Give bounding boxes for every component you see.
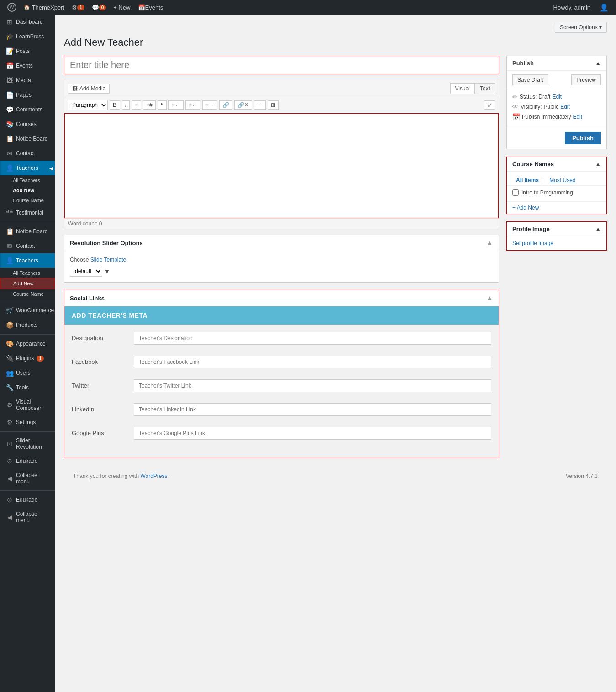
italic-button[interactable]: I: [122, 100, 130, 110]
sidebar-label-users: Users: [16, 370, 30, 376]
submenu-course-name2[interactable]: Course Name: [0, 289, 55, 299]
sidebar-item-visual-composer[interactable]: ⚙ Visual Composer: [0, 395, 55, 415]
publish-collapse-icon[interactable]: ▲: [595, 60, 601, 67]
visual-tab[interactable]: Visual: [450, 83, 475, 94]
sidebar-item-noticeboard2[interactable]: 📋 Notice Board: [0, 224, 55, 239]
preview-button[interactable]: Preview: [571, 74, 601, 85]
blockquote-button[interactable]: ❝: [158, 100, 167, 110]
status-edit-link[interactable]: Edit: [552, 94, 562, 100]
updates-item[interactable]: ⚙ 1: [68, 0, 88, 15]
screen-options-button[interactable]: Screen Options ▾: [555, 22, 607, 33]
sidebar-label-edukado2: Edukado: [16, 497, 37, 503]
pages-icon: 📄: [6, 91, 13, 99]
fullscreen-button[interactable]: ⤢: [484, 100, 495, 110]
tools-icon: 🔧: [6, 384, 13, 391]
sidebar-item-products[interactable]: 📦 Products: [0, 318, 55, 332]
revolution-slider-header[interactable]: Revolution Slider Options ▲: [64, 235, 499, 251]
publish-button[interactable]: Publish: [565, 132, 601, 144]
version-text: Version 4.7.3: [566, 473, 598, 479]
sidebar-item-pages[interactable]: 📄 Pages: [0, 88, 55, 102]
designation-input[interactable]: [134, 332, 491, 345]
sidebar-item-collapse[interactable]: ◀ Collapse menu: [0, 468, 55, 488]
sidebar-item-comments[interactable]: 💬 Comments: [0, 102, 55, 117]
revolution-slider-toggle[interactable]: ▲: [486, 239, 493, 247]
sidebar-item-dashboard[interactable]: ⊞ Dashboard: [0, 15, 55, 29]
profile-image-header[interactable]: Profile Image ▲: [507, 222, 606, 236]
submenu-all-teachers2[interactable]: All Teachers: [0, 268, 55, 278]
new-item[interactable]: + New: [110, 0, 134, 15]
sidebar-item-contact[interactable]: ✉ Contact: [0, 146, 55, 161]
site-name-item[interactable]: 🏠 ThemeXpert: [20, 0, 68, 15]
sidebar-item-learnpress[interactable]: 🎓 LearnPress: [0, 29, 55, 44]
hr-button[interactable]: —: [254, 100, 266, 110]
align-left-button[interactable]: ≡←: [168, 100, 184, 110]
sidebar-item-collapse2[interactable]: ◀ Collapse menu: [0, 507, 55, 527]
save-draft-button[interactable]: Save Draft: [512, 74, 548, 85]
sidebar-item-appearance[interactable]: 🎨 Appearance: [0, 336, 55, 351]
profile-image-toggle[interactable]: ▲: [595, 225, 601, 232]
course-checkbox-intro[interactable]: [512, 189, 519, 196]
bold-button[interactable]: B: [110, 100, 120, 110]
link-button[interactable]: 🔗: [219, 100, 232, 110]
tab-all-items[interactable]: All Items: [512, 175, 542, 185]
ul-button[interactable]: ≡: [132, 100, 141, 110]
course-names-header[interactable]: Course Names ▲: [507, 157, 606, 172]
format-select[interactable]: Paragraph: [68, 100, 108, 110]
products-icon: 📦: [6, 321, 13, 329]
sidebar-item-users[interactable]: 👥 Users: [0, 366, 55, 380]
social-links-toggle[interactable]: ▲: [486, 294, 493, 302]
submenu-add-new[interactable]: Add New: [0, 185, 55, 195]
tab-most-used[interactable]: Most Used: [546, 175, 579, 185]
slide-template-link[interactable]: Slide Template: [90, 257, 126, 263]
sidebar-item-events[interactable]: 📅 Events: [0, 58, 55, 73]
sidebar-label-slider-rev: Slider Revolution: [16, 437, 50, 450]
sidebar-item-teachers2[interactable]: 👤 Teachers: [0, 253, 55, 268]
text-tab[interactable]: Text: [475, 83, 495, 94]
sidebar-item-plugins[interactable]: 🔌 Plugins 1: [0, 351, 55, 366]
comments-badge: 0: [99, 5, 106, 10]
sidebar-item-noticeboard[interactable]: 📋 Notice Board: [0, 131, 55, 146]
sidebar-item-edukado[interactable]: ⊙ Edukado: [0, 454, 55, 468]
events-item[interactable]: 📅 Events: [134, 0, 167, 15]
submenu-add-new2[interactable]: Add New: [0, 278, 55, 289]
set-profile-image-link[interactable]: Set profile image: [507, 236, 606, 250]
ol-button[interactable]: ≡#: [143, 100, 156, 110]
submenu-course-name[interactable]: Course Name: [0, 195, 55, 205]
align-center-button[interactable]: ≡↔: [185, 100, 200, 110]
sidebar-label-comments: Comments: [16, 106, 42, 113]
sidebar-item-courses[interactable]: 📚 Courses: [0, 117, 55, 131]
sidebar-label-collapse: Collapse menu: [16, 472, 50, 485]
sidebar-item-media[interactable]: 🖼 Media: [0, 73, 55, 88]
add-new-course-link[interactable]: + Add New: [507, 201, 606, 214]
title-input[interactable]: [64, 56, 499, 74]
sidebar-item-settings[interactable]: ⚙ Settings: [0, 415, 55, 430]
twitter-input[interactable]: [134, 379, 491, 392]
sidebar-item-edukado2[interactable]: ⊙ Edukado: [0, 493, 55, 507]
unlink-button[interactable]: 🔗✕: [234, 100, 252, 110]
course-names-toggle[interactable]: ▲: [595, 161, 601, 168]
wordpress-link[interactable]: WordPress: [140, 473, 167, 479]
social-links-header[interactable]: Social Links ▲: [64, 290, 499, 306]
add-media-button[interactable]: 🖼 Add Media: [68, 84, 110, 94]
sidebar-item-contact2[interactable]: ✉ Contact: [0, 239, 55, 253]
facebook-input[interactable]: [134, 356, 491, 368]
linkedin-input[interactable]: [134, 403, 491, 416]
publish-time-value: immediately: [542, 114, 571, 120]
slide-template-dropdown[interactable]: default: [70, 266, 102, 277]
submenu-all-teachers[interactable]: All Teachers: [0, 175, 55, 185]
more-button[interactable]: ⊞: [268, 100, 279, 110]
sidebar-item-woocommerce[interactable]: 🛒 WooCommerce: [0, 303, 55, 318]
publish-time-edit-link[interactable]: Edit: [573, 114, 582, 120]
visibility-edit-link[interactable]: Edit: [560, 104, 570, 110]
add-teacher-meta-header: ADD TEACHER'S META: [64, 306, 499, 325]
wp-logo-item[interactable]: W: [4, 0, 20, 15]
googleplus-input[interactable]: [134, 427, 491, 440]
editor-content-area[interactable]: [64, 113, 499, 218]
sidebar-item-teachers[interactable]: 👤 Teachers ◀: [0, 161, 55, 175]
align-right-button[interactable]: ≡→: [202, 100, 217, 110]
comments-item[interactable]: 💬 0: [88, 0, 110, 15]
sidebar-item-tools[interactable]: 🔧 Tools: [0, 380, 55, 395]
sidebar-item-posts[interactable]: 📝 Posts: [0, 44, 55, 58]
sidebar-item-slider-revolution[interactable]: ⊡ Slider Revolution: [0, 434, 55, 454]
sidebar-item-testimonial[interactable]: ❝❝ Testimonial: [0, 205, 55, 220]
